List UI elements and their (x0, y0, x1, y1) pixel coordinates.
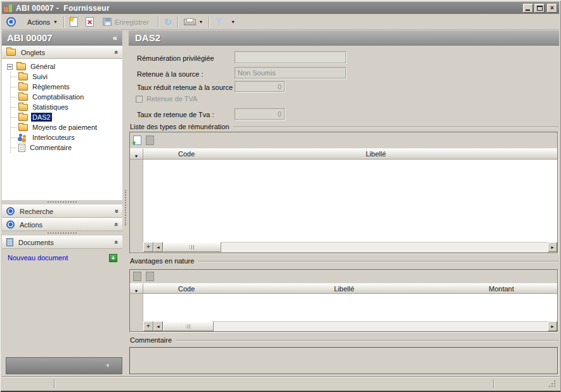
scroll-left-button[interactable]: ◄ (153, 242, 163, 252)
tree-item-interlocuteurs[interactable]: Interlocuteurs (11, 132, 122, 142)
folder-icon (16, 63, 26, 70)
chevron-down-icon: ▼ (134, 289, 139, 293)
chevron-up-icon[interactable]: « (112, 240, 119, 244)
statusbar (2, 376, 559, 390)
column-header-code[interactable]: Code (178, 149, 195, 159)
toolbar-separator (177, 16, 178, 28)
tree-item-suivi[interactable]: Suivi (11, 72, 122, 82)
actions-menu-button[interactable]: Actions ▼ (22, 16, 60, 28)
tree-item-commentaire[interactable]: Commentaire (11, 142, 122, 153)
types-remuneration-grid: + ▼ Code Libellé + ◄ ► (129, 132, 558, 253)
minimize-button[interactable] (523, 4, 533, 13)
grid-new-row-button[interactable]: + (143, 242, 153, 252)
row-indicator-column (130, 294, 143, 321)
grid-corner-dropdown[interactable]: ▼ (130, 149, 143, 159)
tree-item-general[interactable]: Général (2, 61, 122, 72)
tree-item-comptabilisation[interactable]: Comptabilisation (11, 92, 122, 102)
note-icon (18, 144, 25, 152)
resize-grip[interactable] (549, 386, 550, 387)
section-header-onglets[interactable]: Onglets « (2, 46, 122, 59)
refresh-button[interactable]: ↻ (162, 16, 174, 28)
tree-item-reglements[interactable]: Règlements (11, 82, 122, 92)
chevron-up-icon[interactable]: « (112, 222, 119, 226)
tree-item-label: Interlocuteurs (31, 133, 76, 142)
section-header-documents[interactable]: Documents « (2, 236, 122, 249)
scroll-left-button[interactable]: ◄ (153, 321, 163, 331)
maximize-button[interactable] (534, 4, 545, 13)
add-document-button[interactable]: + (109, 254, 117, 262)
scroll-thumb[interactable] (163, 321, 214, 331)
collapse-sidebar-button[interactable]: « (113, 34, 117, 42)
delete-record-button[interactable]: ✕ (84, 16, 96, 28)
column-header-code[interactable]: Code (178, 284, 195, 294)
retenue-source-input[interactable] (235, 67, 346, 79)
grid-toolbar (130, 270, 557, 284)
tree-item-statistiques[interactable]: Statistiques (11, 102, 122, 112)
new-record-button[interactable]: ★ (68, 16, 80, 28)
save-button[interactable]: Enregistrer (101, 16, 154, 28)
retenue-source-label: Retenue à la source : (137, 70, 203, 78)
app-window: ABI 00007 - Fournisseur × Actions ▼ ★ ✕ … (0, 0, 561, 392)
filter-button[interactable] (213, 16, 225, 28)
chevron-up-icon[interactable]: « (112, 50, 119, 54)
tree-item-moyens-de-paiement[interactable]: Moyens de paiement (11, 122, 122, 132)
panel-splitter[interactable] (122, 30, 129, 376)
close-button[interactable]: × (547, 4, 557, 13)
tree-item-label: Règlements (31, 82, 71, 91)
grid-new-row-button[interactable]: + (143, 321, 153, 331)
remuneration-input[interactable] (235, 51, 346, 63)
print-options-button[interactable]: ▼ (197, 16, 205, 28)
retenue-tva-label: Retenue de TVA (146, 95, 197, 103)
toolbar-separator (209, 16, 209, 28)
bullseye-icon (6, 207, 15, 215)
scroll-thumb[interactable] (163, 242, 221, 252)
new-document-link[interactable]: Nouveau document (8, 254, 68, 262)
section-header-actions[interactable]: Actions « (2, 218, 122, 231)
section-label: Recherche (20, 208, 53, 215)
column-header-montant[interactable]: Montant (489, 284, 514, 294)
taux-reduit-input[interactable] (235, 81, 285, 92)
tree-item-label: Statistiques (31, 103, 70, 111)
save-icon (103, 18, 112, 26)
grid-corner-dropdown[interactable]: ▼ (130, 284, 143, 293)
section-header-recherche[interactable]: Recherche « (2, 205, 122, 218)
sidebar-filler (2, 265, 122, 357)
commentaire-textarea[interactable] (129, 347, 558, 374)
print-button[interactable] (182, 16, 197, 28)
scroll-spacer (130, 321, 143, 331)
sidebar-collapsed-bar[interactable]: ▼ (6, 357, 122, 374)
column-header-libelle[interactable]: Libellé (334, 284, 354, 294)
grid-body (130, 294, 557, 321)
column-header-libelle[interactable]: Libellé (366, 149, 386, 159)
section-label: Actions (20, 221, 42, 229)
folder-icon (18, 104, 28, 111)
tree-item-label: Général (29, 62, 56, 71)
tree-item-das2[interactable]: DAS2 (11, 112, 122, 122)
onglets-tree: Général Suivi Règlements Comptabilisatio… (2, 59, 122, 200)
sidebar-horizontal-splitter[interactable] (2, 231, 122, 236)
taux-reduit-label: Taux réduit retenue à la source : (137, 84, 236, 91)
bullseye-icon (6, 220, 15, 229)
grid-add-row-button[interactable]: + (133, 136, 141, 145)
taux-tva-input[interactable] (235, 108, 285, 120)
row-indicator-column (130, 160, 143, 242)
scroll-spacer (130, 242, 143, 252)
new-record-icon: ★ (70, 17, 78, 27)
grid-add-row-button[interactable] (133, 272, 141, 281)
bullseye-icon (6, 17, 16, 27)
retenue-tva-checkbox[interactable] (136, 96, 143, 103)
scroll-right-button[interactable]: ► (548, 242, 557, 252)
scroll-right-button[interactable]: ► (548, 321, 557, 331)
chevron-down-icon: ▼ (198, 20, 203, 24)
sidebar: ABI 00007 « Onglets « Général Suivi R (2, 30, 122, 376)
scroll-track[interactable] (221, 242, 548, 252)
chevron-down-icon[interactable]: « (112, 209, 119, 213)
folder-icon (18, 94, 28, 101)
grid-toolbar: + (130, 132, 557, 149)
scroll-track[interactable] (214, 321, 548, 331)
sidebar-horizontal-splitter[interactable] (2, 200, 122, 205)
grid-delete-row-button[interactable] (146, 136, 154, 145)
filter-options-button[interactable]: ▼ (229, 16, 237, 28)
tree-collapse-icon[interactable] (7, 64, 13, 70)
grid-delete-row-button[interactable] (146, 272, 154, 281)
